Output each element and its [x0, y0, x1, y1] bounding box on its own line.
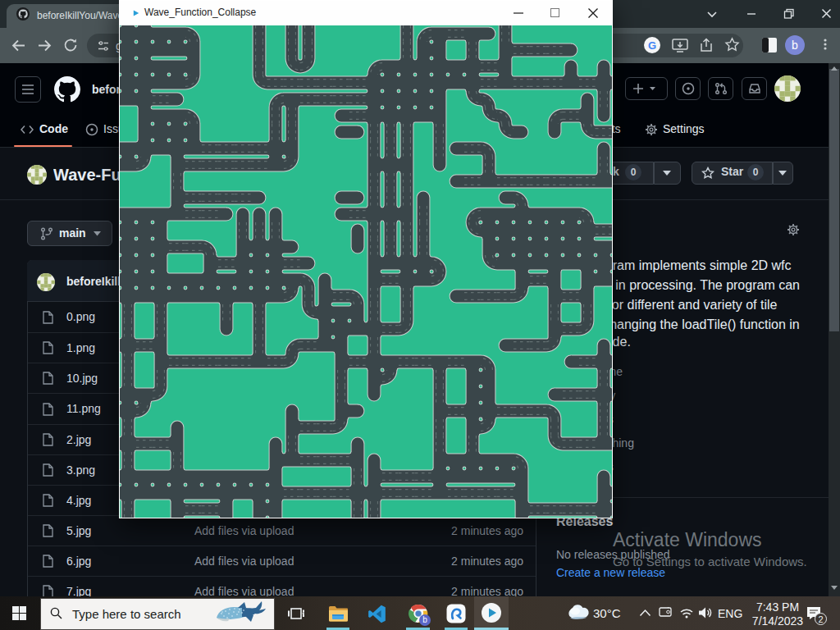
svg-text:G: G: [648, 39, 656, 52]
